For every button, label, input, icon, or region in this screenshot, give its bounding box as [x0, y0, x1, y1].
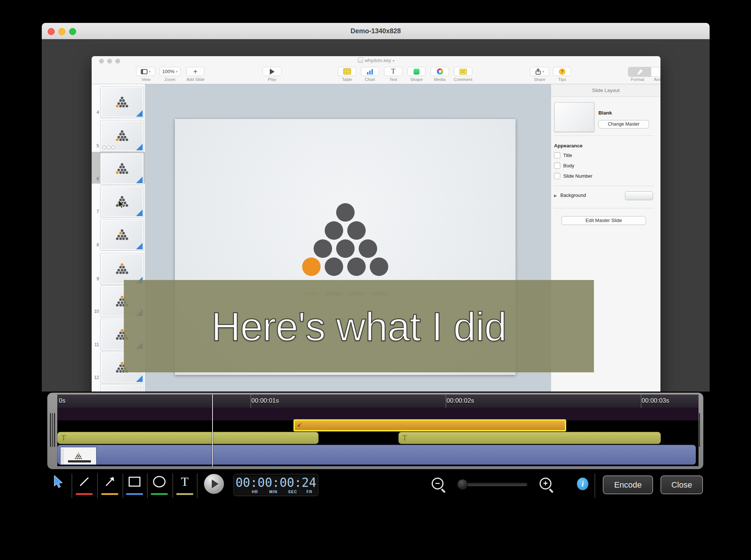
- video-clip-thumbnail: [60, 447, 97, 465]
- change-master-button[interactable]: Change Master: [598, 120, 649, 129]
- transition-corner-icon: [136, 177, 143, 183]
- divider: [553, 136, 654, 136]
- slide-thumbnail-7[interactable]: [101, 186, 143, 217]
- text-tool-icon: T: [181, 475, 189, 488]
- timeline-left-grip[interactable]: [50, 413, 56, 447]
- playhead[interactable]: [212, 395, 213, 466]
- gray-dot: [122, 133, 125, 136]
- add-slide-button[interactable]: +: [186, 67, 204, 76]
- timeline-ruler[interactable]: 0s00:00:01s00:00:02s00:00:03s: [57, 395, 699, 408]
- text-clip-icon: T: [61, 434, 66, 442]
- share-button[interactable]: ▾: [530, 67, 549, 76]
- gray-dot: [122, 238, 125, 240]
- gray-dot: [370, 257, 388, 276]
- orange-dot: [116, 105, 119, 107]
- orange-dot: [302, 257, 321, 276]
- title-overlay: Here's what I did: [124, 280, 594, 372]
- inspector-header: Slide Layout: [551, 84, 660, 97]
- arrow-tool[interactable]: [99, 472, 121, 498]
- transition-corner-icon: [136, 209, 143, 216]
- slide-thumbnail-9[interactable]: [101, 253, 143, 284]
- document-title[interactable]: whydots.key▾: [92, 57, 660, 64]
- gray-dot: [118, 136, 120, 138]
- gray-dot: [121, 367, 123, 370]
- text-label: Text: [389, 77, 397, 82]
- gray-dot: [118, 102, 120, 105]
- gray-dot: [124, 269, 126, 271]
- gray-dot: [116, 337, 119, 340]
- comment-button[interactable]: [454, 67, 472, 76]
- ellipse-tool[interactable]: [148, 472, 170, 498]
- gray-dot: [121, 136, 123, 138]
- shape-button[interactable]: [407, 67, 426, 76]
- slide-number: 8: [92, 242, 99, 247]
- slide-thumbnail-5[interactable]: [101, 120, 143, 151]
- tab-format[interactable]: [628, 67, 651, 76]
- edit-master-slide-button[interactable]: Edit Master Slide: [561, 216, 646, 225]
- slide-number: 6: [92, 176, 99, 181]
- window-titlebar[interactable]: Demo-1340x828: [42, 23, 710, 40]
- orange-dot: [78, 453, 79, 454]
- play-button[interactable]: [262, 67, 282, 76]
- view-button[interactable]: ▾: [136, 67, 155, 76]
- gray-dot: [121, 235, 123, 237]
- table-button[interactable]: [338, 67, 356, 76]
- media-button[interactable]: [431, 67, 449, 76]
- share-label: Share: [534, 77, 546, 82]
- gray-dot: [122, 166, 125, 168]
- gray-dot: [125, 238, 128, 240]
- chart-button[interactable]: [361, 67, 379, 76]
- gray-dot: [119, 139, 122, 141]
- empty-track: [57, 408, 699, 420]
- arrow-icon: [103, 475, 116, 488]
- gray-dot: [119, 304, 122, 307]
- video-clip[interactable]: [57, 445, 696, 465]
- ruler-label: 00:00:02s: [446, 397, 474, 404]
- gray-dot: [116, 370, 119, 373]
- body-option: Body: [554, 163, 574, 169]
- text-tool[interactable]: T: [174, 472, 196, 498]
- gray-dot: [119, 105, 122, 107]
- orange-dot: [121, 296, 123, 298]
- gray-dot: [313, 239, 332, 258]
- play-icon: [270, 69, 275, 75]
- chevron-down-icon: ▾: [543, 70, 544, 74]
- gray-dot: [122, 105, 125, 107]
- slide-number-option: Slide Number: [554, 173, 592, 179]
- rectangle-tool[interactable]: [123, 472, 146, 498]
- divider: [147, 474, 147, 498]
- text-clip-1[interactable]: T: [57, 432, 319, 444]
- text-button[interactable]: T: [384, 67, 402, 76]
- tips-button[interactable]: ?: [553, 67, 571, 76]
- master-slide-thumbnail[interactable]: [554, 102, 594, 132]
- gray-dot: [118, 269, 120, 271]
- tips-icon: ?: [559, 68, 565, 75]
- orange-dot: [116, 139, 119, 141]
- slide-thumbnail-13[interactable]: [101, 385, 143, 392]
- title-checkbox[interactable]: [554, 152, 560, 158]
- gray-dot: [119, 166, 122, 168]
- tab-animate[interactable]: [651, 67, 660, 76]
- slide-thumbnail-8[interactable]: [101, 219, 143, 250]
- callout-clip[interactable]: ↙: [293, 419, 566, 431]
- slide-number-checkbox[interactable]: [554, 173, 560, 179]
- text-clip-2[interactable]: T: [398, 432, 661, 444]
- slide-thumbnail-4[interactable]: [101, 87, 143, 117]
- slide-thumbnail-6[interactable]: [101, 153, 143, 184]
- background-color-well[interactable]: [625, 191, 653, 200]
- zoom-level-button[interactable]: 100% ▾: [159, 67, 181, 76]
- gray-dot: [78, 456, 79, 457]
- orange-dot: [116, 171, 119, 174]
- body-checkbox[interactable]: [554, 163, 560, 169]
- select-tool[interactable]: [47, 472, 69, 498]
- gray-dot: [116, 272, 119, 274]
- gray-dot: [124, 201, 126, 204]
- gray-dot: [119, 238, 122, 240]
- line-tool[interactable]: [73, 472, 95, 498]
- chevron-down-icon: ▾: [176, 70, 178, 74]
- gray-dot: [121, 269, 123, 271]
- gray-dot: [125, 204, 128, 207]
- dot-pyramid: [302, 203, 388, 276]
- gray-dot: [124, 136, 126, 138]
- disclosure-triangle-icon[interactable]: ▶: [554, 194, 557, 198]
